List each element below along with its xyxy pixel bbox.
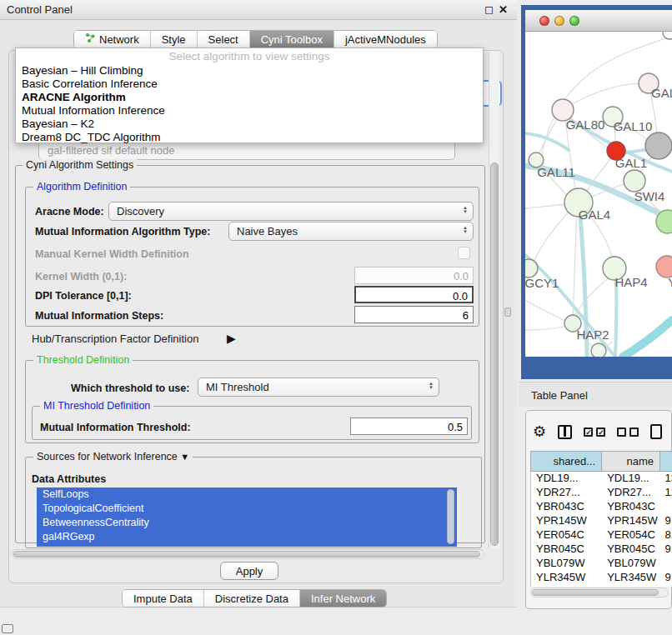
control-panel-titlebar[interactable]: Control Panel ◻ ✕ — [0, 0, 517, 20]
checkbox-checked-icon: ✓ — [584, 428, 593, 437]
network-node-label: GAL — [651, 86, 672, 100]
apply-button[interactable]: Apply — [220, 562, 278, 580]
splitter-handle[interactable] — [504, 308, 511, 317]
table-panel-header[interactable]: Table Panel — [519, 382, 672, 407]
settings-vertical-scrollbar[interactable] — [489, 52, 499, 548]
export-table-icon[interactable] — [650, 424, 662, 439]
network-node-label: HAP4 — [614, 275, 647, 289]
table-row[interactable]: YER054CYER054C8. — [531, 528, 672, 542]
column-header-3[interactable]: A — [660, 451, 672, 472]
control-panel-tab-bar: NetworkStyleSelectCyni ToolboxjActiveMNo… — [73, 30, 438, 48]
algorithm-option[interactable]: Bayesian – K2 — [16, 118, 483, 131]
minimize-traffic-light-icon[interactable] — [554, 16, 564, 26]
data-attributes-list[interactable]: SelfLoopsTopologicalCoefficientBetweenne… — [37, 488, 457, 547]
column-header-2[interactable]: name — [602, 451, 660, 472]
network-edge — [525, 300, 567, 322]
network-node[interactable] — [525, 259, 538, 278]
algorithm-option[interactable]: Basic Correlation Inference — [16, 78, 483, 91]
table-row[interactable]: YDR27...YDR27...12 — [531, 486, 672, 500]
network-edge — [525, 204, 567, 208]
collapse-triangle-icon[interactable]: ▼ — [180, 452, 189, 462]
sources-group-title-text: Sources for Network Inference — [37, 451, 178, 462]
combo-stepper-icon: ▲▼ — [463, 226, 468, 234]
network-edge — [623, 320, 672, 357]
columns-icon[interactable] — [558, 425, 572, 439]
table-cell: 8. — [659, 528, 672, 542]
mi-steps-label: Mutual Information Steps: — [35, 310, 163, 322]
aracne-mode-combo[interactable]: Discovery ▲▼ — [108, 202, 474, 221]
algorithm-dropdown-popup: Select algorithm to view settings Bayesi… — [15, 48, 484, 143]
algorithm-option[interactable]: Dream8 DC_TDC Algorithm — [16, 131, 483, 144]
which-threshold-value: MI Threshold — [206, 381, 269, 393]
manual-kernel-checkbox[interactable] — [458, 247, 470, 259]
dpi-tolerance-field[interactable]: 0.0 — [354, 286, 474, 303]
network-window-titlebar[interactable] — [525, 10, 672, 32]
table-row[interactable]: YIL052CYIL052C9 — [531, 585, 672, 587]
table-horizontal-scrollbar[interactable] — [530, 588, 669, 598]
table-cell: YBR045C — [602, 542, 659, 557]
algorithm-option[interactable]: ARACNE Algorithm — [16, 91, 483, 104]
float-window-icon[interactable]: ◻ — [484, 3, 494, 16]
table-cell: YBL079W — [602, 557, 659, 571]
tab-network[interactable]: Network — [74, 31, 150, 48]
mi-steps-field[interactable]: 6 — [354, 306, 474, 323]
table-row[interactable]: YLR345WYLR345W9. — [531, 571, 672, 585]
checkbox-unchecked-icon — [629, 428, 639, 437]
tab-select[interactable]: Select — [197, 31, 249, 48]
mi-threshold-field[interactable]: 0.5 — [350, 418, 468, 435]
network-node-label: GCY1 — [525, 276, 559, 290]
dock-icon[interactable] — [2, 624, 13, 633]
algorithm-option[interactable]: Bayesian – Hill Climbing — [16, 64, 483, 78]
expand-triangle-icon[interactable]: ▶ — [227, 332, 236, 345]
network-node-label: GAL1 — [615, 156, 647, 170]
table-source-combo-value: gal-filtered sif default node — [48, 144, 174, 157]
close-traffic-light-icon[interactable] — [539, 16, 549, 26]
mi-threshold-group-title: MI Threshold Definition — [40, 400, 153, 412]
tab-label: Network — [99, 33, 139, 46]
attribute-list-item[interactable]: SelfLoops — [37, 488, 457, 502]
attribute-list-item[interactable]: TopologicalCoefficient — [37, 502, 457, 516]
table-cell: 13 — [659, 472, 672, 486]
mi-type-value: Naive Bayes — [237, 225, 298, 238]
table-row[interactable]: YPR145WYPR145W9. — [531, 514, 672, 528]
column-header-1[interactable]: shared... — [530, 451, 602, 472]
algorithm-option[interactable]: Mutual Information Inference — [16, 104, 483, 118]
tab-style[interactable]: Style — [150, 31, 197, 48]
tab-cyni-toolbox[interactable]: Cyni Toolbox — [249, 31, 333, 48]
network-node[interactable] — [645, 132, 672, 159]
hub-section-label[interactable]: Hub/Transcription Factor Definition — [32, 332, 198, 345]
settings-horizontal-scrollbar-thumb[interactable] — [13, 551, 480, 558]
show-unselected-toggle[interactable] — [617, 428, 639, 437]
node-table: shared...nameA YDL19...YDL19...13YDR27..… — [530, 451, 672, 587]
control-panel-title: Control Panel — [7, 3, 73, 16]
table-row[interactable]: YBL079WYBL079W — [531, 557, 672, 571]
table-row[interactable]: YDL19...YDL19...13 — [531, 472, 672, 486]
table-row[interactable]: YBR043CYBR043C — [531, 500, 672, 514]
close-window-icon[interactable]: ✕ — [499, 3, 508, 16]
attribute-list-item[interactable]: gal4RGexp — [37, 530, 457, 544]
settings-horizontal-scrollbar[interactable] — [12, 549, 484, 559]
tab-infer-network[interactable]: Infer Network — [299, 590, 386, 607]
attribute-list-item[interactable]: BetweennessCentrality — [37, 516, 457, 530]
network-canvas[interactable]: GALGAL80GAL10GAL11GAL1SWI4GAL4GCY1HAP4YH… — [525, 32, 672, 357]
settings-vertical-scrollbar-thumb[interactable] — [490, 162, 499, 546]
network-edge — [615, 280, 616, 357]
network-node[interactable] — [663, 32, 672, 39]
zoom-traffic-light-icon[interactable] — [569, 16, 579, 26]
network-node[interactable] — [591, 343, 606, 357]
threshold-definition-title: Threshold Definition — [33, 354, 133, 366]
network-node-label: GAL80 — [566, 118, 605, 132]
table-horizontal-scrollbar-thumb[interactable] — [532, 589, 659, 596]
kernel-width-field[interactable]: 0.0 — [354, 267, 474, 284]
tab-jactivemnodules[interactable]: jActiveMNodules — [333, 31, 437, 48]
show-selected-toggle[interactable]: ✓ ✓ — [584, 428, 605, 437]
tab-discretize-data[interactable]: Discretize Data — [203, 590, 299, 607]
gear-icon[interactable]: ⚙ — [533, 424, 546, 439]
table-cell: YBR043C — [602, 500, 659, 514]
table-panel-title: Table Panel — [531, 389, 588, 402]
which-threshold-combo[interactable]: MI Threshold ▲▼ — [198, 378, 439, 397]
table-row[interactable]: YBR045CYBR045C9. — [531, 542, 672, 557]
tab-impute-data[interactable]: Impute Data — [123, 590, 203, 607]
mi-type-combo[interactable]: Naive Bayes ▲▼ — [228, 222, 474, 241]
attributes-list-scrollbar-thumb[interactable] — [447, 489, 454, 544]
